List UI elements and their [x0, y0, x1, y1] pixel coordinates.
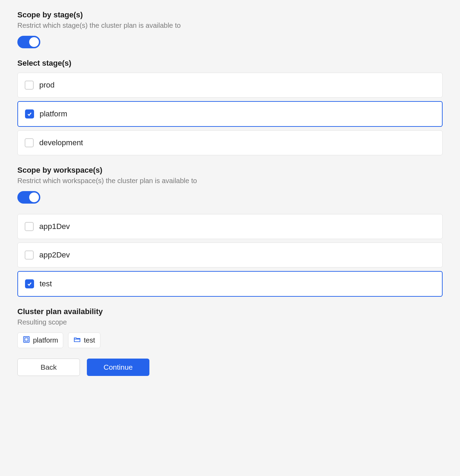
workspace-option-app2dev[interactable]: app2Dev	[17, 243, 443, 268]
continue-button[interactable]: Continue	[87, 359, 149, 376]
workspace-checkbox-test[interactable]	[25, 279, 34, 288]
scope-stage-toggle-knob	[29, 37, 39, 47]
stage-option-development[interactable]: development	[17, 130, 443, 155]
workspace-label-app1dev: app1Dev	[39, 222, 70, 231]
back-button[interactable]: Back	[17, 359, 80, 376]
availability-desc: Resulting scope	[17, 318, 443, 326]
scope-workspace-toggle[interactable]	[17, 191, 40, 204]
stage-option-prod[interactable]: prod	[17, 73, 443, 98]
workspace-checkbox-app2dev[interactable]	[25, 251, 34, 260]
stage-option-list: prod platform development	[17, 73, 443, 155]
stage-icon	[23, 336, 30, 345]
availability-title: Cluster plan availability	[17, 307, 443, 316]
scope-stage-section: Scope by stage(s) Restrict which stage(s…	[17, 10, 443, 155]
workspace-label-test: test	[40, 279, 52, 288]
scope-chips: platform test	[17, 333, 443, 348]
chip-test: test	[68, 333, 100, 348]
chip-test-label: test	[84, 336, 95, 344]
workspace-option-list: app1Dev app2Dev test	[17, 214, 443, 297]
chip-platform-label: platform	[33, 336, 58, 344]
svg-rect-0	[24, 337, 30, 343]
chip-platform: platform	[17, 333, 63, 348]
workspace-option-test[interactable]: test	[17, 271, 443, 297]
folder-icon	[73, 336, 81, 345]
stage-label-development: development	[39, 138, 83, 147]
availability-section: Cluster plan availability Resulting scop…	[17, 307, 443, 348]
scope-workspace-title: Scope by workspace(s)	[17, 166, 443, 175]
scope-workspace-desc: Restrict which workspace(s) the cluster …	[17, 177, 443, 185]
stage-checkbox-platform[interactable]	[25, 109, 34, 118]
scope-stage-toggle[interactable]	[17, 36, 40, 48]
scope-workspace-section: Scope by workspace(s) Restrict which wor…	[17, 166, 443, 297]
scope-stage-title: Scope by stage(s)	[17, 10, 443, 19]
select-stage-title: Select stage(s)	[17, 59, 443, 68]
workspace-label-app2dev: app2Dev	[39, 251, 70, 260]
svg-rect-1	[25, 338, 28, 341]
stage-checkbox-development[interactable]	[25, 138, 34, 147]
workspace-option-app1dev[interactable]: app1Dev	[17, 214, 443, 239]
scope-stage-desc: Restrict which stage(s) the cluster plan…	[17, 22, 443, 30]
workspace-checkbox-app1dev[interactable]	[25, 222, 34, 231]
stage-label-platform: platform	[40, 109, 67, 118]
stage-checkbox-prod[interactable]	[25, 81, 34, 90]
actions-row: Back Continue	[17, 359, 443, 376]
scope-workspace-toggle-knob	[29, 192, 39, 202]
stage-option-platform[interactable]: platform	[17, 101, 443, 127]
stage-label-prod: prod	[39, 81, 55, 90]
